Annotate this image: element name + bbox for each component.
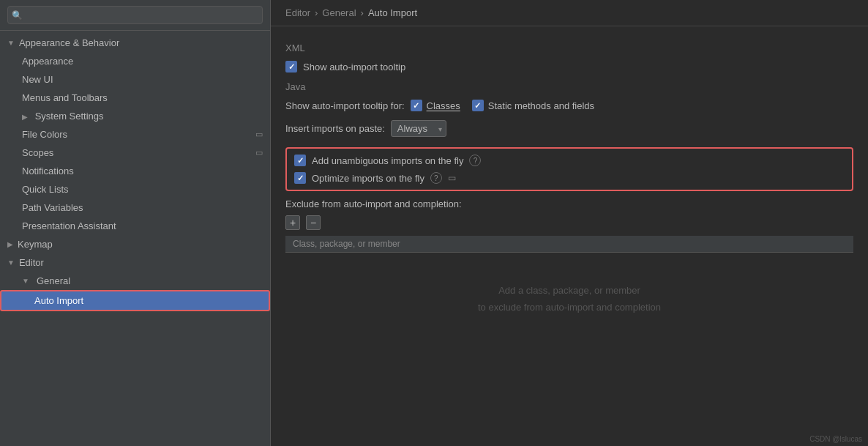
breadcrumb-editor: Editor bbox=[285, 7, 310, 18]
sidebar-item-path-variables[interactable]: Path Variables bbox=[0, 198, 270, 217]
optimize-imports-checkbox[interactable] bbox=[294, 172, 306, 184]
show-tooltip-for-row: Show auto-import tooltip for: Classes St… bbox=[285, 100, 853, 111]
window-icon-scopes: ▭ bbox=[255, 148, 263, 157]
sidebar-editor-label: Editor bbox=[19, 257, 44, 268]
search-icon: 🔍 bbox=[12, 10, 23, 21]
xml-show-tooltip-checkbox[interactable] bbox=[285, 61, 297, 73]
search-bar: 🔍 bbox=[0, 0, 270, 31]
breadcrumb-sep-1: › bbox=[315, 7, 318, 18]
optimize-imports-label: Optimize imports on the fly bbox=[312, 173, 424, 184]
chevron-right-icon: ▶ bbox=[22, 113, 28, 121]
content-wrapper: XML Show auto-import tooltip Java Show a… bbox=[271, 26, 868, 446]
static-methods-checkbox[interactable] bbox=[472, 100, 484, 111]
chevron-down-icon: ▼ bbox=[7, 39, 15, 47]
sidebar-item-file-colors[interactable]: File Colors ▭ bbox=[0, 125, 270, 144]
sidebar-item-new-ui[interactable]: New UI bbox=[0, 70, 270, 89]
classes-checkbox-group: Classes bbox=[411, 100, 460, 111]
optimize-imports-row: Optimize imports on the fly ? ▭ bbox=[294, 172, 845, 184]
xml-show-tooltip-label: Show auto-import tooltip bbox=[303, 62, 405, 73]
sidebar: 🔍 ▼ Appearance & Behavior Appearance New… bbox=[0, 0, 271, 446]
empty-hint: Add a class, package, or member to exclu… bbox=[285, 282, 853, 316]
highlight-box: Add unambiguous imports on the fly ? Opt… bbox=[285, 147, 853, 191]
search-input[interactable] bbox=[7, 6, 263, 24]
static-methods-checkbox-group: Static methods and fields bbox=[472, 100, 594, 111]
breadcrumb-sep-2: › bbox=[361, 7, 364, 18]
sidebar-item-quick-lists[interactable]: Quick Lists bbox=[0, 180, 270, 198]
sidebar-item-menus-toolbars[interactable]: Menus and Toolbars bbox=[0, 89, 270, 107]
sidebar-content: ▼ Appearance & Behavior Appearance New U… bbox=[0, 31, 270, 314]
insert-imports-select[interactable]: Always Ask Never bbox=[391, 120, 446, 137]
optimize-imports-help-icon[interactable]: ? bbox=[430, 172, 442, 184]
sidebar-section-editor[interactable]: ▼ Editor bbox=[0, 253, 270, 272]
breadcrumb-auto-import: Auto Import bbox=[368, 7, 417, 18]
chevron-down-editor-icon: ▼ bbox=[7, 259, 15, 267]
chevron-down-general-icon: ▼ bbox=[22, 277, 29, 285]
xml-show-tooltip-row: Show auto-import tooltip bbox=[285, 61, 853, 73]
chevron-right-keymap-icon: ▶ bbox=[7, 240, 13, 248]
add-exclude-button[interactable]: + bbox=[285, 215, 300, 230]
insert-imports-row: Insert imports on paste: Always Ask Neve… bbox=[285, 120, 853, 137]
static-methods-label: Static methods and fields bbox=[488, 100, 594, 111]
sidebar-section-keymap[interactable]: ▶ Keymap bbox=[0, 235, 270, 253]
insert-imports-dropdown-wrapper: Always Ask Never ▾ bbox=[391, 120, 446, 137]
add-unambiguous-checkbox[interactable] bbox=[294, 155, 306, 166]
add-unambiguous-help-icon[interactable]: ? bbox=[469, 155, 481, 166]
show-tooltip-for-label: Show auto-import tooltip for: bbox=[285, 100, 405, 111]
watermark: CSDN @lslucas bbox=[809, 435, 862, 443]
sidebar-item-notifications[interactable]: Notifications bbox=[0, 162, 270, 180]
insert-imports-label: Insert imports on paste: bbox=[285, 123, 385, 134]
window-icon: ▭ bbox=[255, 130, 263, 139]
sidebar-section-label: Appearance & Behavior bbox=[19, 37, 119, 48]
sidebar-item-auto-import[interactable]: Auto Import bbox=[0, 290, 270, 311]
classes-checkbox[interactable] bbox=[411, 100, 422, 111]
exclude-table-header: Class, package, or member bbox=[285, 236, 853, 253]
sidebar-keymap-label: Keymap bbox=[18, 239, 53, 250]
sidebar-item-general[interactable]: ▼ General bbox=[0, 272, 270, 290]
breadcrumb: Editor › General › Auto Import bbox=[271, 0, 868, 26]
classes-label: Classes bbox=[427, 100, 460, 111]
xml-section-title: XML bbox=[285, 42, 853, 53]
main-content: Editor › General › Auto Import XML Show … bbox=[271, 0, 868, 446]
optimize-imports-window-icon: ▭ bbox=[448, 173, 456, 183]
breadcrumb-general: General bbox=[322, 7, 356, 18]
sidebar-item-appearance[interactable]: Appearance bbox=[0, 52, 270, 70]
content-area: XML Show auto-import tooltip Java Show a… bbox=[271, 26, 868, 446]
exclude-title: Exclude from auto-import and completion: bbox=[285, 198, 853, 209]
plus-minus-row: + − bbox=[285, 215, 853, 230]
remove-exclude-button[interactable]: − bbox=[306, 215, 321, 230]
java-section-title: Java bbox=[285, 81, 853, 92]
add-unambiguous-label: Add unambiguous imports on the fly bbox=[312, 155, 463, 166]
sidebar-section-appearance-behavior[interactable]: ▼ Appearance & Behavior bbox=[0, 34, 270, 52]
sidebar-item-presentation-assistant[interactable]: Presentation Assistant bbox=[0, 217, 270, 235]
sidebar-item-scopes[interactable]: Scopes ▭ bbox=[0, 144, 270, 162]
sidebar-item-system-settings[interactable]: ▶ System Settings bbox=[0, 107, 270, 125]
add-unambiguous-row: Add unambiguous imports on the fly ? bbox=[294, 155, 845, 166]
